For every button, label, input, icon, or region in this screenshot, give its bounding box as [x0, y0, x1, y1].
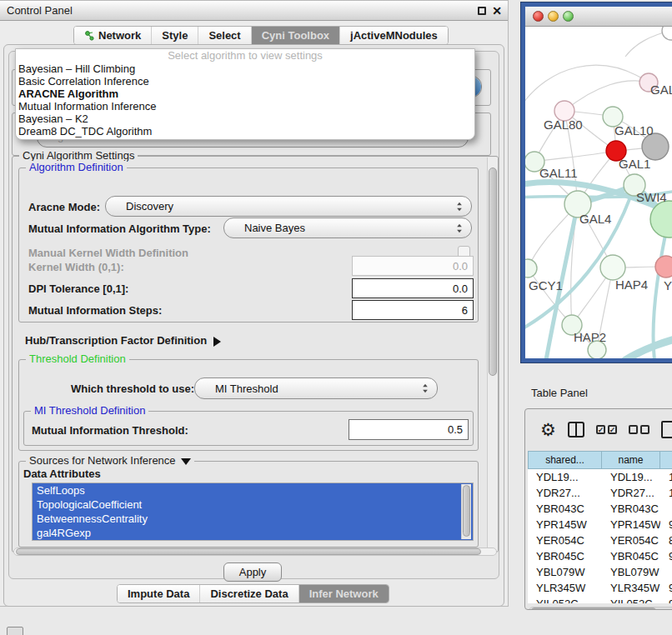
which-threshold-label: Which threshold to use: — [71, 382, 194, 395]
popup-item-basic-correlation[interactable]: Basic Correlation Inference — [16, 75, 474, 88]
dpi-tolerance-field[interactable]: 0.0 — [352, 278, 474, 298]
table-horizontal-scrollbar[interactable] — [529, 607, 672, 610]
document-icon[interactable] — [661, 421, 672, 438]
list-item-topologicalcoefficient[interactable]: TopologicalCoefficient — [33, 498, 473, 512]
cell-value[interactable]: 9. — [660, 596, 672, 603]
node-hap4[interactable] — [600, 255, 625, 280]
cell-name[interactable]: YPR145W — [602, 517, 660, 532]
settings-horizontal-scrollbar[interactable] — [13, 548, 497, 556]
aracne-mode-combo[interactable]: Discovery — [105, 196, 472, 217]
popup-item-bayesian-hill-climbing[interactable]: Bayesian – Hill Climbing — [16, 62, 474, 75]
column-header-shared-name[interactable]: shared... — [528, 451, 602, 469]
tab-cyni-toolbox[interactable]: Cyni Toolbox — [252, 27, 340, 44]
cell-value[interactable]: 9. — [660, 548, 672, 564]
node-top-partial[interactable] — [662, 27, 672, 40]
table-row[interactable]: YBL079W YBL079W — [528, 564, 672, 580]
cell-value[interactable]: 9. — [660, 517, 672, 532]
list-item-betweennesscentrality[interactable]: BetweennessCentrality — [33, 512, 473, 526]
cell-shared-name[interactable]: YDR27... — [528, 485, 602, 501]
cell-name[interactable]: YBR043C — [602, 501, 660, 517]
mi-steps-label: Mutual Information Steps: — [28, 304, 162, 317]
collapsed-panel-button[interactable] — [7, 627, 23, 635]
float-window-icon[interactable] — [478, 7, 486, 15]
mi-threshold-group-title: MI Threshold Definition — [31, 404, 148, 417]
mi-steps-field[interactable]: 6 — [352, 300, 474, 320]
tab-impute-data[interactable]: Impute Data — [118, 585, 200, 602]
close-traffic-light-icon[interactable] — [533, 11, 544, 22]
tab-discretize-data[interactable]: Discretize Data — [200, 585, 298, 602]
settings-scrollbar-thumb[interactable] — [489, 168, 497, 376]
table-row[interactable]: YER054C YER054C 8. — [528, 532, 672, 548]
table-row[interactable]: YBR045C YBR045C 9. — [528, 548, 672, 564]
zoom-traffic-light-icon[interactable] — [563, 11, 574, 22]
control-panel-tabbar: Network Style Select Cyni Toolbox jActiv… — [73, 26, 449, 45]
network-canvas[interactable]: GAL2 GAL80 GAL10 GAL1 GAL11 SWI4 GAL4 GC… — [525, 27, 672, 358]
mi-type-combo[interactable]: Naive Bayes — [223, 218, 472, 238]
tab-infer-network[interactable]: Infer Network — [299, 585, 389, 602]
gear-icon[interactable]: ⚙ — [540, 421, 556, 438]
column-header-name[interactable]: name — [602, 451, 660, 469]
tab-style[interactable]: Style — [152, 27, 198, 44]
close-icon[interactable]: ✕ — [492, 3, 502, 18]
unchecked-box-icon — [640, 425, 649, 434]
popup-item-bayesian-k2[interactable]: Bayesian – K2 — [16, 112, 474, 125]
cell-shared-name[interactable]: YER054C — [528, 532, 602, 548]
list-item-selfloops[interactable]: SelfLoops — [33, 483, 473, 498]
node-salmon[interactable] — [655, 256, 672, 278]
tab-jactivemnodules[interactable]: jActiveMNodules — [340, 27, 448, 44]
table-row[interactable]: YBR043C YBR043C — [528, 501, 672, 517]
select-all-checkboxes-icon[interactable]: ✓ ✓ — [596, 425, 617, 434]
cell-value[interactable]: 13 — [660, 469, 672, 485]
cell-name[interactable]: YBR045C — [602, 548, 660, 564]
column-header-partial[interactable]: A — [660, 451, 672, 469]
label-gal80: GAL80 — [544, 118, 583, 132]
cell-shared-name[interactable]: YBR045C — [528, 548, 602, 564]
cell-value[interactable]: 8. — [660, 532, 672, 548]
settings-hscrollbar-thumb[interactable] — [16, 548, 481, 555]
cell-name[interactable]: YDL19... — [602, 469, 660, 485]
table-row[interactable]: YIL052C YIL052C 9. — [528, 596, 672, 603]
columns-icon[interactable] — [568, 422, 584, 438]
cell-name[interactable]: YER054C — [602, 532, 660, 548]
sources-group-title[interactable]: Sources for Network Inference — [26, 454, 194, 467]
cell-shared-name[interactable]: YBL079W — [528, 564, 602, 580]
attributes-vertical-scrollbar[interactable] — [461, 484, 471, 539]
node-gcy1[interactable] — [525, 259, 537, 278]
which-threshold-combo[interactable]: MI Threshold — [194, 378, 438, 399]
cell-value[interactable] — [660, 564, 672, 580]
cell-shared-name[interactable]: YDL19... — [528, 469, 602, 485]
cell-name[interactable]: YBL079W — [602, 564, 660, 580]
combo-arrows-icon — [456, 202, 463, 212]
table-row[interactable]: YDR27... YDR27... 12 — [528, 485, 672, 501]
cell-shared-name[interactable]: YIL052C — [528, 596, 602, 603]
cell-shared-name[interactable]: YLR345W — [528, 580, 602, 596]
minimize-traffic-light-icon[interactable] — [548, 11, 559, 22]
table-row[interactable]: YDL19... YDL19... 13 — [528, 469, 672, 485]
table-hscrollbar-thumb[interactable] — [531, 608, 656, 610]
attributes-scrollbar-thumb[interactable] — [463, 485, 470, 537]
settings-vertical-scrollbar[interactable] — [487, 158, 498, 551]
deselect-all-checkboxes-icon[interactable] — [629, 425, 649, 434]
hub-definition-toggle[interactable]: Hub/Transcription Factor Definition — [25, 334, 221, 347]
cell-name[interactable]: YLR345W — [602, 580, 660, 596]
popup-item-dream8[interactable]: Dream8 DC_TDC Algorithm — [16, 125, 474, 138]
popup-item-aracne[interactable]: ARACNE Algorithm — [16, 88, 474, 100]
cell-value[interactable] — [660, 501, 672, 517]
apply-button[interactable]: Apply — [223, 562, 282, 582]
table-row[interactable]: YLR345W YLR345W 9. — [528, 580, 672, 596]
cell-shared-name[interactable]: YBR043C — [528, 501, 602, 517]
combo-arrows-icon — [456, 223, 463, 233]
mi-threshold-field[interactable]: 0.5 — [349, 419, 469, 440]
cell-name[interactable]: YDR27... — [602, 485, 660, 501]
cell-name[interactable]: YIL052C — [602, 596, 660, 603]
cell-value[interactable]: 12 — [660, 485, 672, 501]
table-panel-title: Table Panel — [531, 387, 588, 399]
popup-item-mutual-information[interactable]: Mutual Information Inference — [16, 100, 474, 112]
list-item-gal4rgexp[interactable]: gal4RGexp — [33, 526, 473, 540]
kernel-width-field[interactable]: 0.0 — [352, 256, 474, 276]
tab-network[interactable]: Network — [74, 27, 152, 44]
cell-shared-name[interactable]: YPR145W — [528, 517, 602, 532]
table-row[interactable]: YPR145W YPR145W 9. — [528, 517, 672, 532]
cell-value[interactable]: 9. — [660, 580, 672, 596]
tab-select[interactable]: Select — [198, 27, 251, 44]
